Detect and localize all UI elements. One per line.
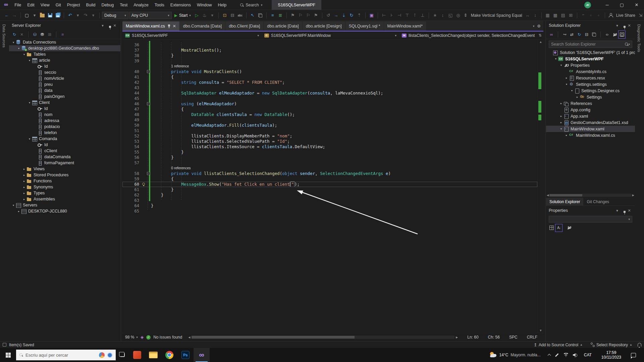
code-text[interactable]: {	[151, 107, 537, 112]
code-text[interactable]: }	[151, 149, 537, 155]
code-text[interactable]: {	[151, 74, 537, 80]
spell-checker-icon[interactable]: abc	[237, 12, 244, 19]
scroll-right-icon[interactable]: ▶	[632, 194, 634, 197]
server-item-types[interactable]: ▸Types	[9, 190, 120, 196]
save-all-icon[interactable]	[54, 12, 61, 19]
scroll-left-icon[interactable]: ◀	[188, 336, 190, 339]
server-item-poblacio[interactable]: poblacio	[9, 124, 120, 130]
menu-item-window[interactable]: Window	[194, 0, 215, 10]
expander-closed-icon[interactable]: ▸	[564, 76, 569, 79]
code-text[interactable]: elMeuAdaptador.Fill(clientsTaula);	[151, 123, 537, 128]
menu-item-analyze[interactable]: Analyze	[130, 0, 151, 10]
solution-search-input[interactable]: Search Solution Explorer ▾	[549, 41, 632, 48]
tab-sqlquery1-sql[interactable]: SQLQuery1.sql *	[345, 21, 384, 31]
codelens-row[interactable]: 1 reference	[122, 64, 537, 69]
menu-item-edit[interactable]: Edit	[24, 0, 38, 10]
minimize-button[interactable]: ─	[600, 0, 614, 10]
show-grid-icon[interactable]: ▦	[544, 12, 551, 19]
code-text[interactable]: {	[151, 176, 537, 182]
align-lefts-icon[interactable]: ⊢	[381, 12, 387, 19]
server-item-seccio[interactable]: seccio	[9, 69, 120, 75]
code-line-61[interactable]: 61}	[122, 187, 537, 192]
hidden-icons-chevron[interactable]	[547, 354, 551, 357]
data-sources-tab[interactable]: Data Sources	[0, 21, 8, 51]
new-project-icon[interactable]: ▢	[23, 12, 30, 19]
hot-reload-icon[interactable]: ♨	[201, 12, 208, 19]
code-text[interactable]	[151, 160, 537, 166]
table-layout-icon[interactable]: ⊞	[568, 12, 574, 19]
alphabetical-icon[interactable]: A↓	[556, 225, 561, 231]
expander-open-icon[interactable]: ▾	[559, 127, 564, 130]
tab-dbo-client-data[interactable]: dbo.Client [Data]	[225, 21, 263, 31]
server-item-nom[interactable]: nom	[9, 112, 120, 118]
switch-views-icon[interactable]: ∞	[549, 32, 554, 38]
code-text[interactable]	[151, 85, 537, 90]
solution-item-mainwindow-xaml-cs[interactable]: ▸MainWindow.xaml.cs	[546, 132, 635, 138]
tag-element-icon[interactable]: ▣	[368, 12, 375, 19]
panel-tab-solution-explorer[interactable]: Solution Explorer	[546, 198, 583, 205]
server-item-tables[interactable]: ▾Tables	[9, 51, 120, 57]
volume-icon[interactable]	[573, 353, 578, 357]
new-item-caret-icon[interactable]: ▾	[31, 12, 38, 19]
server-item-id[interactable]: Id	[9, 106, 120, 112]
expand-bounds-icon[interactable]: ◱	[447, 12, 454, 19]
code-line-38[interactable]: 38}	[122, 53, 537, 58]
code-line-65[interactable]: 65	[122, 208, 537, 214]
expander-open-icon[interactable]: ▾	[27, 59, 32, 62]
expander-open-icon[interactable]: ▾	[11, 204, 16, 207]
property-pages-icon[interactable]	[566, 225, 572, 231]
visual-studio-icon[interactable]: ∞	[194, 348, 210, 362]
server-item-stored-procedures[interactable]: ▸Stored Procedures	[9, 172, 120, 178]
navigate-forward-icon[interactable]: →	[11, 12, 18, 19]
expander-closed-icon[interactable]: ▸	[575, 96, 580, 99]
expander-closed-icon[interactable]: ▸	[16, 210, 21, 213]
fold-collapse-icon[interactable]: −	[147, 102, 150, 105]
tab-dbo-article-data[interactable]: dbo.article [Data]	[264, 21, 302, 31]
stretch-height-icon[interactable]: ↕	[439, 12, 446, 19]
expander-open-icon[interactable]: ▾	[22, 53, 26, 56]
menu-item-view[interactable]: View	[38, 0, 53, 10]
server-item-id[interactable]: Id	[9, 63, 120, 69]
quotes-icon[interactable]: “”	[580, 12, 587, 19]
menu-item-extensions[interactable]: Extensions	[167, 0, 194, 10]
expander-closed-icon[interactable]: ▸	[559, 102, 564, 105]
tab-mainwindow-xaml[interactable]: MainWindow.xaml*	[384, 21, 426, 31]
split-editor-button[interactable]: ⇅	[537, 32, 543, 39]
live-share-icon[interactable]	[607, 12, 614, 19]
solution-item-properties[interactable]: ▾Properties	[546, 62, 635, 68]
toolbar-extra-icon-1[interactable]: ▫	[588, 12, 594, 19]
avatar[interactable]: JF	[584, 2, 591, 8]
menu-item-tools[interactable]: Tools	[152, 0, 167, 10]
office-icon[interactable]	[129, 348, 145, 362]
code-text[interactable]: MostraClients();	[151, 48, 537, 53]
code-line-62[interactable]: 62}	[122, 192, 537, 198]
active-files-dropdown-icon[interactable]: ▾	[533, 24, 535, 28]
solution-item-mainwindow-xaml[interactable]: ▾MainWindow.xaml	[546, 126, 635, 132]
expander-open-icon[interactable]: ▾	[559, 64, 564, 67]
solution-item-gestiocomandesdataset1-xsd[interactable]: ▸GestioComandesDataSet1.xsd	[546, 119, 635, 126]
code-text[interactable]: }	[151, 155, 537, 160]
solution-item-assemblyinfo-cs[interactable]: AssemblyInfo.cs	[546, 68, 635, 75]
solution-item-solution-s16sqlserverwpf-1-of-1-project[interactable]: Solution 'S16SQLServerWPF' (1 of 1 proje…	[546, 49, 635, 56]
expander-closed-icon[interactable]: ▸	[22, 180, 26, 183]
code-line-50[interactable]: 50elMeuAdaptador.Fill(clientsTaula);	[122, 123, 537, 128]
resize-height-icon[interactable]: ↕	[532, 12, 539, 19]
code-text[interactable]: llistaClients.DisplayMemberPath = "nom";	[151, 133, 537, 139]
sync-with-active-document-icon[interactable]: ⇄	[569, 32, 575, 38]
tab-dbo-comanda-data[interactable]: dbo.Comanda [Data]	[180, 21, 225, 31]
refresh-icon[interactable]: ↻	[577, 32, 582, 38]
expander-closed-icon[interactable]: ▸	[22, 198, 26, 201]
server-item-client[interactable]: ▾Client	[9, 100, 120, 106]
scroll-right-icon[interactable]: ▶	[456, 336, 458, 339]
code-line-52[interactable]: 52llistaClients.DisplayMemberPath = "nom…	[122, 133, 537, 139]
code-text[interactable]	[151, 42, 537, 48]
close-icon[interactable]: ✕	[112, 23, 118, 28]
solution-item-settings[interactable]: ▸Settings	[546, 94, 635, 100]
open-file-icon[interactable]	[39, 12, 46, 19]
server-item-article[interactable]: ▾article	[9, 57, 120, 63]
properties-object-combo[interactable]: ▾	[549, 216, 632, 223]
scrollbar-track[interactable]	[549, 194, 632, 197]
code-text[interactable]: DataTable clientsTaula = new DataTable()…	[151, 112, 537, 117]
solution-horizontal-scrollbar[interactable]: ◀ ▶	[546, 193, 635, 197]
solution-item-s16sqlserverwpf[interactable]: ▾S16SQLServerWPF	[546, 56, 635, 62]
